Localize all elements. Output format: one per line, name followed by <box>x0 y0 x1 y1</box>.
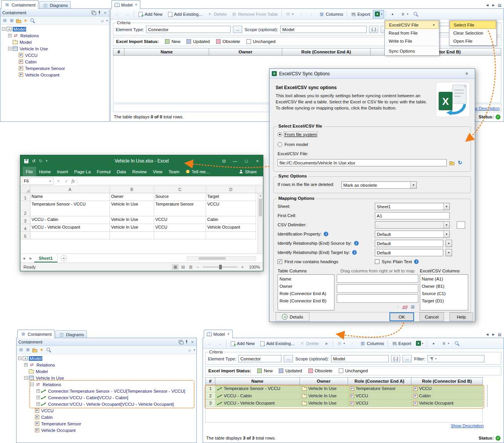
scope-field[interactable]: Model <box>280 26 367 33</box>
close-sm-icon[interactable] <box>190 339 195 345</box>
excel-csv-sync-button[interactable]: ▾ <box>373 10 384 18</box>
dialog-titlebar[interactable]: Excel/CSV Sync Options × <box>269 69 475 79</box>
search-in-table-button[interactable] <box>452 339 462 348</box>
cell-d4[interactable]: Vehicle Occupant <box>206 224 256 232</box>
show-description-link[interactable]: Show Description <box>451 423 484 428</box>
options-icon[interactable] <box>186 347 192 353</box>
tab-diagrams[interactable]: Diagrams <box>39 1 71 9</box>
open-element-icon[interactable] <box>32 347 38 353</box>
from-file-system-radio[interactable] <box>278 132 282 137</box>
column-header-role-connector-end-a[interactable]: Role (Connector End A) <box>348 377 411 385</box>
first-row-headings-option[interactable]: First row contains headings <box>278 259 338 264</box>
next-sheet-icon[interactable]: ▶ <box>27 257 34 260</box>
add-existing-button[interactable]: Add Existing... <box>165 10 205 18</box>
sync-plain-text-checkbox[interactable] <box>375 259 379 264</box>
collapse-all-icon[interactable] <box>2 18 8 23</box>
search-icon[interactable] <box>30 18 35 23</box>
tree-expander-icon[interactable]: − <box>18 357 22 360</box>
cancel-button[interactable]: Cancel <box>419 312 444 321</box>
mapping-slot-1[interactable] <box>337 274 418 283</box>
export-button[interactable]: Export <box>349 10 372 18</box>
page-break-view-icon[interactable]: ▥ <box>187 264 194 270</box>
ribbon-tab-insert[interactable]: Insert <box>54 167 71 176</box>
tab-containment[interactable]: Containment <box>1 0 38 9</box>
pin-icon[interactable] <box>96 10 102 15</box>
list-item[interactable]: Target (D1) <box>421 297 467 304</box>
list-item[interactable]: Owner (B1) <box>421 282 467 290</box>
tree-item-relations[interactable]: +Relations <box>17 362 196 368</box>
view-options-button[interactable]: ▾ <box>439 339 451 348</box>
info-icon[interactable] <box>414 259 419 264</box>
options-dropdown-icon[interactable]: ▾ <box>106 19 108 22</box>
deleted-rows-dropdown[interactable]: Mark as obsolete▼ <box>341 181 417 189</box>
element-type-field[interactable]: Connector <box>238 355 281 362</box>
tab-scroll-left-icon[interactable] <box>484 2 490 8</box>
column-header-d[interactable]: D <box>206 186 256 193</box>
menu-item-read-from-file[interactable]: Read from File <box>385 29 439 37</box>
table-row[interactable]: 3VCCU - Vehicle OccupantVehicle In UseVC… <box>206 400 487 407</box>
excel-csv-sync-button[interactable]: ▾ <box>414 339 426 348</box>
tree-item-model[interactable]: −Model <box>17 355 196 362</box>
prev-sheet-icon[interactable]: ◀ <box>20 257 27 260</box>
options-dropdown-icon[interactable]: ▾ <box>193 348 195 352</box>
details-button[interactable]: Details <box>276 312 309 321</box>
table-row[interactable]: 1Temperature Sensor - VCCUVehicle In Use… <box>206 385 487 392</box>
cell-b4[interactable]: Vehicle In Use <box>110 224 154 232</box>
ok-button[interactable]: OK <box>389 312 414 321</box>
cell-d2[interactable]: VCCU <box>206 201 256 216</box>
tree-item-connector-temperature-sensor-vccu-temperature-sensor-vccu[interactable]: +Connector:Temperature Sensor - VCCU[Tem… <box>17 388 196 394</box>
favorites-icon[interactable] <box>39 347 45 353</box>
cell-c5[interactable] <box>154 232 206 239</box>
menu-item-select-file[interactable]: Select File <box>450 21 496 29</box>
list-item[interactable]: Name (A1) <box>421 275 467 282</box>
cell-b5[interactable] <box>110 232 154 239</box>
tree-item-vehicle-occupant[interactable]: Vehicle Occupant <box>0 71 109 78</box>
cell-d1[interactable]: Target <box>206 193 256 201</box>
cell-a1[interactable]: Name <box>30 193 110 201</box>
sheet-dropdown[interactable]: Sheet1▼ <box>375 203 450 210</box>
toolbar-overflow-button[interactable] <box>321 339 331 348</box>
element-type-field[interactable]: Connector <box>146 26 231 33</box>
tree-item-temperature-sensor[interactable]: Temperature Sensor <box>0 65 109 71</box>
tree-expander-icon[interactable]: + <box>37 389 40 393</box>
cell-a2[interactable]: Temperature Sensor - VCCU <box>30 201 110 216</box>
horizontal-scrollbar[interactable] <box>187 256 256 260</box>
element-type-browse-button[interactable]: ... <box>233 26 242 33</box>
tab-model[interactable]: Model× <box>204 330 233 338</box>
vertical-scrollbar[interactable] <box>258 193 263 254</box>
tree-item-relations[interactable]: −Relations <box>17 381 196 388</box>
tab-model[interactable]: Model× <box>111 0 140 9</box>
search-icon[interactable] <box>46 347 52 353</box>
redo-icon[interactable]: ↻ <box>39 159 42 164</box>
help-button[interactable]: Help <box>449 312 473 321</box>
table-columns-list[interactable]: NameOwnerRole (Connector End A)Role (Con… <box>278 274 334 310</box>
list-item[interactable]: Owner <box>278 282 334 290</box>
column-header-b[interactable]: B <box>110 186 154 193</box>
file-path-input[interactable]: file://C:/Documents/Vehicle In Use.xlsx <box>278 159 447 166</box>
add-sheet-icon[interactable]: + <box>61 255 67 261</box>
add-existing-button[interactable]: Add Existing... <box>258 339 297 348</box>
from-file-system-option[interactable]: From file system <box>278 132 317 137</box>
column-header-num[interactable]: # <box>113 48 125 56</box>
pin-icon[interactable] <box>184 339 190 345</box>
tree-expander-icon[interactable]: + <box>24 363 28 367</box>
save-icon[interactable] <box>24 159 28 163</box>
column-header-owner[interactable]: Owner <box>300 377 348 385</box>
cell-a3[interactable]: VCCU - Cabin <box>30 216 110 224</box>
menu-item-excel-csv-file[interactable]: Excel/CSV File▸ <box>385 21 439 29</box>
auto-map-icon[interactable] <box>410 304 416 310</box>
export-button[interactable]: Export <box>389 339 413 348</box>
tree-expander-icon[interactable]: + <box>37 396 40 399</box>
cell-d3[interactable]: Cabin <box>206 216 256 224</box>
float-icon[interactable] <box>178 339 184 345</box>
ribbon-display-options-icon[interactable]: ⊡ <box>218 155 230 167</box>
cancel-entry-icon[interactable]: × <box>55 179 62 183</box>
column-header-role-connector-end-b[interactable]: Role (Connector End B) <box>411 377 483 385</box>
row-header-1[interactable]: 1 <box>20 193 30 201</box>
cell-c4[interactable]: VCCU <box>154 224 206 232</box>
tree-item-connector-vccu-cabin-vccu-cabin[interactable]: +Connector:VCCU - Cabin[VCCU - Cabin] <box>17 394 196 401</box>
scope-browse-button[interactable]: ... <box>403 355 412 362</box>
options-icon[interactable] <box>99 18 105 23</box>
tree-item-vehicle-in-use[interactable]: −Vehicle In Use <box>0 45 109 52</box>
ribbon-tab-data[interactable]: Data <box>114 167 129 176</box>
